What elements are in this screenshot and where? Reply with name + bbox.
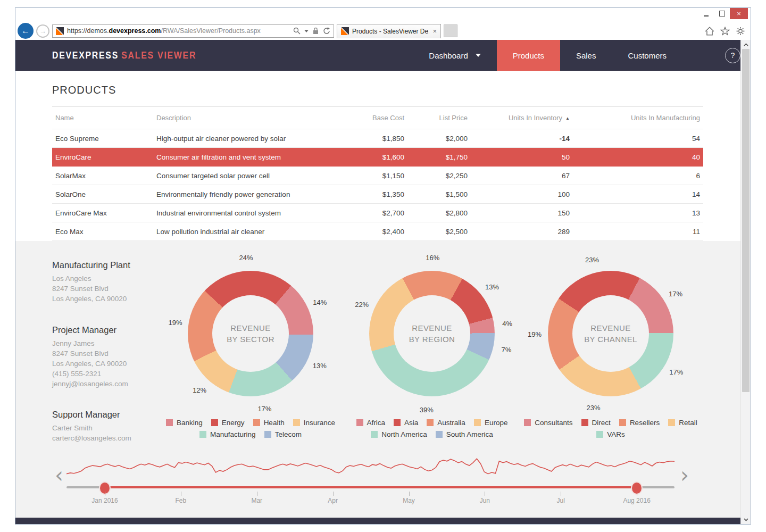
contact-block-project-manager: Project ManagerJenny James8247 Sunset Bl… (52, 325, 174, 389)
range-prev-chevron[interactable]: ‹ (55, 463, 63, 487)
maximize-icon (719, 11, 725, 16)
legend-item-energy: Energy (211, 419, 245, 427)
legend-label: Health (264, 419, 285, 427)
legend-label: Telecom (275, 430, 302, 438)
column-header-units-in-inventory[interactable]: Units In Inventory▲ (471, 114, 573, 122)
vertical-scrollbar[interactable] (740, 40, 751, 524)
nav-item-products[interactable]: Products (497, 40, 560, 71)
scrollbar-thumb[interactable] (742, 49, 750, 392)
tab-close-icon[interactable]: × (432, 27, 437, 35)
donut-hole: REVENUEBY REGION (394, 295, 470, 372)
timeline-month-label: Aug 2016 (623, 497, 650, 504)
legend-label: Resellers (630, 419, 660, 427)
legend-item-insurance: Insurance (293, 419, 335, 427)
donut-slice-label-energy: 24% (239, 254, 253, 262)
star-icon[interactable] (720, 27, 730, 36)
help-label: ? (731, 51, 735, 60)
cell-base-cost: $2,400 (345, 228, 407, 236)
address-bar[interactable]: https://demos.devexpress.com/RWA/SalesVi… (52, 24, 334, 38)
url-path: /RWA/SalesViewer/Products.aspx (161, 27, 261, 35)
cell-name: Eco Supreme (52, 135, 153, 143)
legend-swatch (166, 419, 173, 426)
donut-center-line: BY SECTOR (227, 334, 274, 345)
close-icon: × (737, 10, 741, 18)
legend-swatch (264, 431, 271, 438)
legend-item-banking: Banking (166, 419, 203, 427)
legend-swatch (427, 419, 434, 426)
url-text: https://demos.devexpress.com/RWA/SalesVi… (67, 27, 261, 35)
legend-item-vars: VARs (596, 430, 625, 438)
page-title: PRODUCTS (52, 84, 703, 96)
donut-slice-label-insurance: 12% (193, 386, 206, 394)
forward-arrow-icon: → (39, 27, 46, 35)
table-row[interactable]: Eco SupremeHigh-output air cleaner power… (52, 129, 703, 148)
column-header-label: Name (55, 114, 74, 122)
contact-line: 8247 Sunset Blvd (52, 284, 174, 294)
maximize-button[interactable] (714, 8, 730, 19)
table-row[interactable]: EnviroCare MaxIndustrial environmental c… (52, 204, 703, 222)
cell-units-in-inventory: 289 (471, 228, 573, 236)
timeline-month-label: Jan 2016 (91, 497, 118, 504)
table-row[interactable]: Eco MaxLow pollution industrial air clea… (52, 222, 703, 241)
timeline-month-label: Jun (480, 497, 490, 504)
donut-slice-label-banking: 14% (313, 298, 327, 306)
new-tab-button[interactable] (444, 24, 457, 37)
column-header-units-in-manufacturing[interactable]: Units In Manufacturing (573, 114, 703, 122)
column-header-name[interactable]: Name (52, 114, 153, 122)
home-icon[interactable] (705, 27, 714, 36)
refresh-icon[interactable] (323, 27, 330, 35)
cell-units-in-inventory: 150 (471, 209, 573, 217)
cell-base-cost: $1,850 (345, 135, 407, 143)
forward-button[interactable]: → (36, 24, 49, 38)
app-navbar: DEVEXPRESSSALES VIEWER DashboardProducts… (15, 40, 740, 71)
gear-icon[interactable] (736, 27, 745, 36)
table-row[interactable]: EnviroCareConsumer air filtration and ve… (52, 148, 703, 167)
minimize-button[interactable] (698, 8, 714, 19)
cell-list-price: $2,800 (407, 209, 471, 217)
cell-units-in-manufacturing: 13 (573, 209, 703, 217)
nav-item-label: Sales (576, 51, 596, 60)
brand-logo: DEVEXPRESSSALES VIEWER (52, 50, 196, 61)
timeline-sparkline-path (66, 459, 675, 474)
column-header-label: Units In Inventory (509, 114, 562, 122)
legend-label: Manufacturing (210, 430, 256, 438)
nav-item-sales[interactable]: Sales (560, 40, 612, 71)
nav-item-customers[interactable]: Customers (612, 40, 682, 71)
legend-label: Africa (367, 419, 386, 427)
app-footer (15, 518, 740, 524)
contact-line: Jenny James (52, 338, 174, 348)
close-button[interactable]: × (730, 8, 748, 19)
cell-description: Industrial environmental control system (153, 209, 345, 217)
nav-item-dashboard[interactable]: Dashboard (413, 40, 496, 71)
donut-slice-label-vars: 17% (669, 368, 683, 376)
donut-hole: REVENUEBY CHANNEL (572, 295, 649, 372)
timeline-ticks (66, 492, 675, 496)
column-header-label: Base Cost (372, 114, 404, 122)
scroll-down-button[interactable] (741, 515, 751, 524)
cell-list-price: $1,750 (407, 153, 471, 161)
legend-swatch (371, 431, 378, 438)
donut-slice-label-resellers: 19% (528, 330, 542, 338)
url-prefix: https://demos. (67, 27, 109, 35)
column-header-base-cost[interactable]: Base Cost (345, 114, 407, 122)
search-icon[interactable] (293, 27, 301, 35)
contact-line: 8247 Sunset Blvd (52, 348, 174, 359)
column-header-description[interactable]: Description (153, 114, 345, 122)
table-row[interactable]: SolarOneEnvironmentally friendly power g… (52, 185, 703, 204)
contact-line: Los Angeles, CA 90020 (52, 294, 174, 304)
chevron-down-icon[interactable] (304, 30, 309, 32)
range-slider-track[interactable] (66, 486, 675, 488)
table-header-row: NameDescriptionBase CostList PriceUnits … (52, 106, 703, 129)
browser-tab[interactable]: Products - SalesViewer De... × (337, 24, 441, 38)
range-next-chevron[interactable]: › (680, 463, 689, 487)
legend-label: Consultants (535, 419, 572, 427)
window-titlebar: × (15, 8, 751, 23)
help-button[interactable]: ? (725, 48, 740, 63)
column-header-list-price[interactable]: List Price (407, 114, 471, 122)
legend-revenue-by-sector: BankingEnergyHealthInsuranceManufacturin… (149, 419, 352, 438)
legend-label: Energy (222, 419, 245, 427)
back-button[interactable]: ← (18, 23, 34, 39)
table-row[interactable]: SolarMaxConsumer targeted solar power ce… (52, 167, 703, 185)
scroll-up-button[interactable] (741, 40, 751, 49)
legend-label: Asia (404, 419, 418, 427)
